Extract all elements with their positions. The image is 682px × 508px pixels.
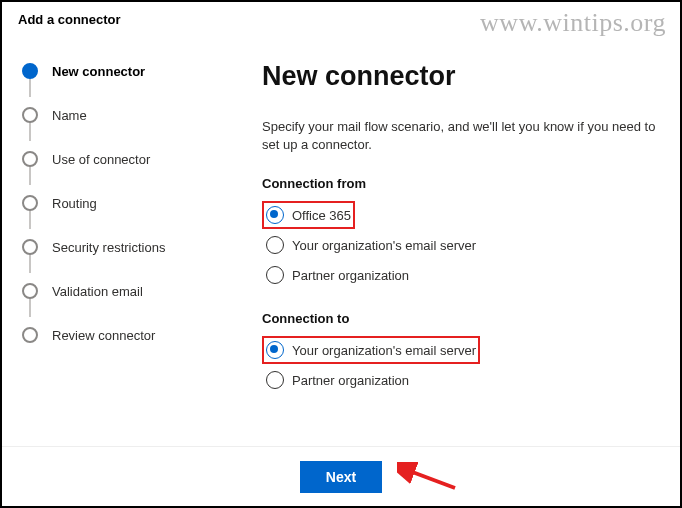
radio-icon [266,206,284,224]
radio-from-org-server[interactable]: Your organization's email server [262,231,660,259]
connection-from-group: Office 365 Your organization's email ser… [262,201,660,289]
step-indicator-icon [22,239,38,255]
step-label: Use of connector [52,152,150,167]
radio-label: Your organization's email server [292,343,476,358]
step-name[interactable]: Name [22,93,192,137]
step-indicator-icon [22,195,38,211]
step-routing[interactable]: Routing [22,181,192,225]
radio-label: Partner organization [292,373,409,388]
dialog-title: Add a connector [2,2,680,33]
radio-label: Office 365 [292,208,351,223]
radio-icon [266,236,284,254]
radio-icon [266,371,284,389]
step-security-restrictions[interactable]: Security restrictions [22,225,192,269]
dialog-footer: Next [2,446,680,506]
radio-label: Your organization's email server [292,238,476,253]
step-indicator-icon [22,63,38,79]
connection-to-label: Connection to [262,311,660,326]
step-label: Name [52,108,87,123]
radio-icon [266,341,284,359]
connection-from-label: Connection from [262,176,660,191]
step-indicator-icon [22,283,38,299]
dialog-body: New connector Name Use of connector Rout… [2,33,680,501]
connection-to-group: Your organization's email server Partner… [262,336,660,394]
step-label: New connector [52,64,145,79]
step-indicator-icon [22,151,38,167]
step-label: Routing [52,196,97,211]
radio-from-partner[interactable]: Partner organization [262,261,660,289]
step-label: Review connector [52,328,155,343]
main-panel: New connector Specify your mail flow sce… [192,33,680,501]
radio-icon [266,266,284,284]
step-review-connector[interactable]: Review connector [22,313,192,357]
radio-from-office365[interactable]: Office 365 [262,201,355,229]
next-button[interactable]: Next [300,461,382,493]
step-label: Security restrictions [52,240,165,255]
wizard-steps: New connector Name Use of connector Rout… [2,33,192,501]
wizard-frame: www.wintips.org Add a connector New conn… [0,0,682,508]
radio-label: Partner organization [292,268,409,283]
radio-to-org-server[interactable]: Your organization's email server [262,336,480,364]
radio-to-partner[interactable]: Partner organization [262,366,660,394]
step-label: Validation email [52,284,143,299]
page-description: Specify your mail flow scenario, and we'… [262,118,660,154]
step-indicator-icon [22,107,38,123]
step-indicator-icon [22,327,38,343]
step-new-connector[interactable]: New connector [22,49,192,93]
step-use-of-connector[interactable]: Use of connector [22,137,192,181]
page-title: New connector [262,61,660,92]
step-validation-email[interactable]: Validation email [22,269,192,313]
